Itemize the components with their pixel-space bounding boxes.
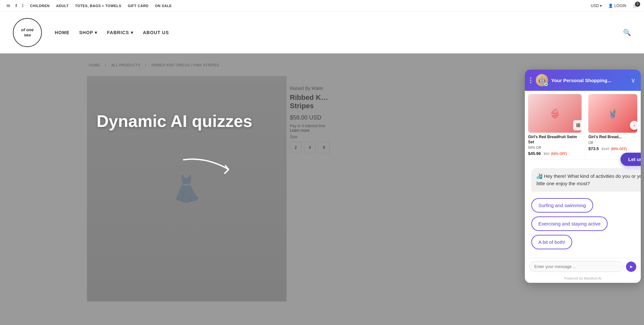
product-1-badge: (50% OFF) — [551, 152, 567, 156]
cart-badge: 0 — [635, 2, 640, 7]
nav-right: 🔍 — [623, 29, 631, 36]
chat-menu-dots[interactable] — [530, 77, 531, 83]
play-quiz-button[interactable]: Let us play a quiz — [620, 153, 641, 166]
topbar-gift[interactable]: GIFT CARD — [128, 4, 148, 8]
nav-shop[interactable]: SHOP ▾ — [79, 30, 97, 35]
product-1-name: Girl's Red Breadfruit Swim Set — [528, 135, 582, 145]
online-indicator — [545, 83, 548, 86]
quiz-question: 🏄 Hey there! What kind of activities do … — [531, 168, 641, 192]
ai-text: Dynamic AI quizzes — [97, 111, 252, 131]
product-1-original: $92 — [544, 152, 549, 156]
shop-chevron: ▾ — [95, 30, 97, 35]
product-2-original: $147 — [601, 147, 609, 151]
search-icon[interactable]: 🔍 — [623, 29, 631, 36]
product-2-name: Girl's Red Bread... — [588, 135, 637, 140]
chat-header: 🤖 Your Personal Shopping... ∨ — [525, 70, 641, 91]
chat-send-button[interactable]: ➤ — [626, 262, 636, 272]
quiz-option-3[interactable]: A bit of both! — [531, 235, 572, 249]
nav-home[interactable]: HOME — [55, 30, 70, 35]
instagram-icon[interactable]: 𝕀 — [22, 3, 24, 8]
topbar-right: USD ▾ 👤 LOGIN 🛒 0 — [591, 4, 638, 8]
quiz-option-1[interactable]: Surfing and swimming — [531, 198, 593, 213]
top-bar: ✉ f 𝕀 CHILDREN ADULT TOTES, BAGS + TOWEL… — [0, 0, 644, 12]
currency-selector[interactable]: USD ▾ — [591, 4, 602, 8]
chat-products-carousel: 👙 Girl's Red Breadfruit Swim Set 50% Off… — [525, 91, 641, 160]
cart-icon[interactable]: 🛒 0 — [633, 4, 638, 8]
facebook-icon[interactable]: f — [15, 3, 17, 8]
topbar-adult[interactable]: ADULT — [56, 4, 69, 8]
product-1-price-row: $45.96 $92 (50% OFF) — [528, 150, 582, 156]
chat-input-area: ➤ — [525, 258, 641, 275]
grid-icon[interactable]: ⊞ — [573, 120, 583, 130]
topbar-children[interactable]: CHILDREN — [30, 4, 50, 8]
carousel-next-arrow[interactable]: › — [630, 121, 639, 130]
topbar-nav: CHILDREN ADULT TOTES, BAGS + TOWELS GIFT… — [30, 4, 172, 8]
topbar-totes[interactable]: TOTES, BAGS + TOWELS — [75, 4, 121, 8]
social-icons: ✉ f 𝕀 — [6, 3, 24, 8]
email-icon[interactable]: ✉ — [6, 3, 10, 8]
product-1-discount: 50% Off — [528, 146, 582, 149]
product-2-badge: (50% OFF) — [611, 147, 627, 151]
nav-links: HOME SHOP ▾ FABRICS ▾ ABOUT US — [55, 30, 169, 35]
content-area: HOME / ALL PRODUCTS / RIBBED KNIT DRESS … — [0, 53, 644, 325]
chat-avatar-wrap: 🤖 — [536, 74, 548, 86]
chat-message-input[interactable] — [529, 261, 623, 272]
logo[interactable]: of one sea — [13, 18, 42, 47]
chat-minimize-button[interactable]: ∨ — [631, 76, 636, 84]
quiz-option-2[interactable]: Exercising and staying active — [531, 216, 608, 231]
logo-text: of one sea — [21, 27, 34, 37]
product-1-price: $45.96 — [528, 151, 541, 156]
currency-chevron: ▾ — [600, 4, 602, 8]
chat-widget: 🤖 Your Personal Shopping... ∨ 👙 Girl's R… — [525, 70, 641, 283]
login-link[interactable]: 👤 LOGIN — [608, 4, 626, 8]
chat-title: Your Personal Shopping... — [551, 78, 628, 83]
product-2-price: $73.5 — [588, 146, 599, 151]
product-2-price-row: $73.5 $147 (50% OFF) — [588, 146, 637, 151]
nav-fabrics[interactable]: FABRICS ▾ — [107, 30, 133, 35]
main-nav: of one sea HOME SHOP ▾ FABRICS ▾ ABOUT U… — [0, 12, 644, 53]
arrow-graphic — [180, 153, 251, 179]
fabrics-chevron: ▾ — [131, 30, 133, 35]
product-2-discount: Off — [588, 141, 637, 145]
quiz-panel: Let us play a quiz 🏄 Hey there! What kin… — [525, 160, 641, 258]
powered-by-text: Powered by Manifest AI — [525, 275, 641, 283]
topbar-sale[interactable]: ON SALE — [155, 4, 172, 8]
user-icon: 👤 — [608, 4, 614, 8]
nav-about[interactable]: ABOUT US — [143, 30, 169, 35]
quiz-options: Surfing and swimming Exercising and stay… — [531, 198, 641, 249]
